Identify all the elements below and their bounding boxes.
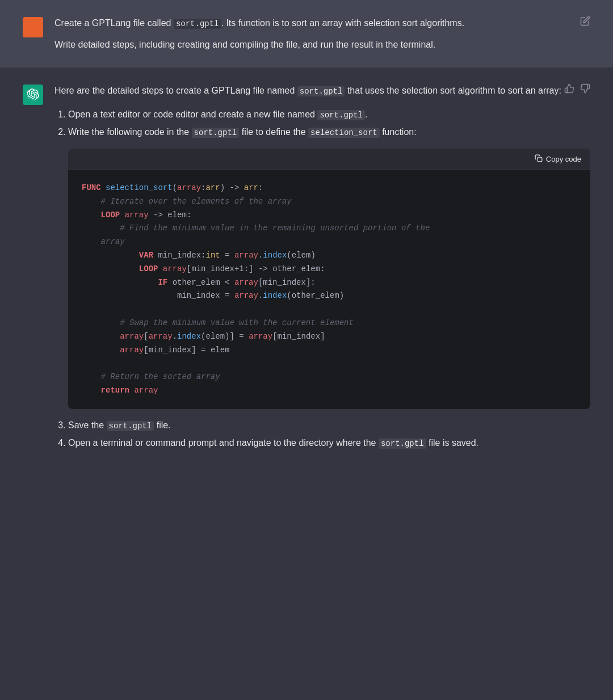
user-content: Create a GPTLang file called sort.gptl. … [54,16,590,52]
inline-code-sort-gptl-3: sort.gptl [317,110,365,120]
inline-code-sort-gptl-4: sort.gptl [192,128,240,138]
code-block-header: Copy code [68,149,590,170]
user-avatar [23,17,43,37]
edit-icon[interactable] [580,16,590,31]
assistant-content: Here are the detailed steps to create a … [54,83,590,454]
steps-list: Open a text editor or code editor and cr… [54,107,590,450]
user-message: Create a GPTLang file called sort.gptl. … [0,0,613,68]
svg-rect-0 [538,157,542,162]
inline-code-sort-gptl-5: sort.gptl [107,421,154,431]
chat-container: Create a GPTLang file called sort.gptl. … [0,0,613,470]
assistant-message: Here are the detailed steps to create a … [0,68,613,470]
copy-icon [535,154,543,164]
inline-code-selection-sort: selection_sort [308,128,380,138]
thumbs-down-button[interactable] [580,83,590,98]
code-block-wrapper: Copy code FUNC selection_sort(array:arr)… [68,149,590,409]
user-message-line1: Create a GPTLang file called sort.gptl. … [54,16,590,31]
assistant-intro: Here are the detailed steps to create a … [54,83,590,98]
step-3: Save the sort.gptl file. [68,418,590,433]
step-2: Write the following code in the sort.gpt… [68,125,590,408]
copy-code-button[interactable]: Copy code [535,154,581,164]
code-block: FUNC selection_sort(array:arr) -> arr: #… [68,170,590,409]
user-message-line2: Write detailed steps, including creating… [54,37,590,52]
assistant-actions [564,83,590,98]
thumbs-up-button[interactable] [564,83,574,98]
inline-code-sort-gptl-1: sort.gptl [174,19,221,29]
assistant-avatar [23,85,43,105]
inline-code-sort-gptl-6: sort.gptl [379,438,426,449]
step-4: Open a terminal or command prompt and na… [68,436,590,450]
step-1: Open a text editor or code editor and cr… [68,107,590,122]
copy-code-label: Copy code [546,155,581,163]
inline-code-sort-gptl-2: sort.gptl [297,86,345,96]
